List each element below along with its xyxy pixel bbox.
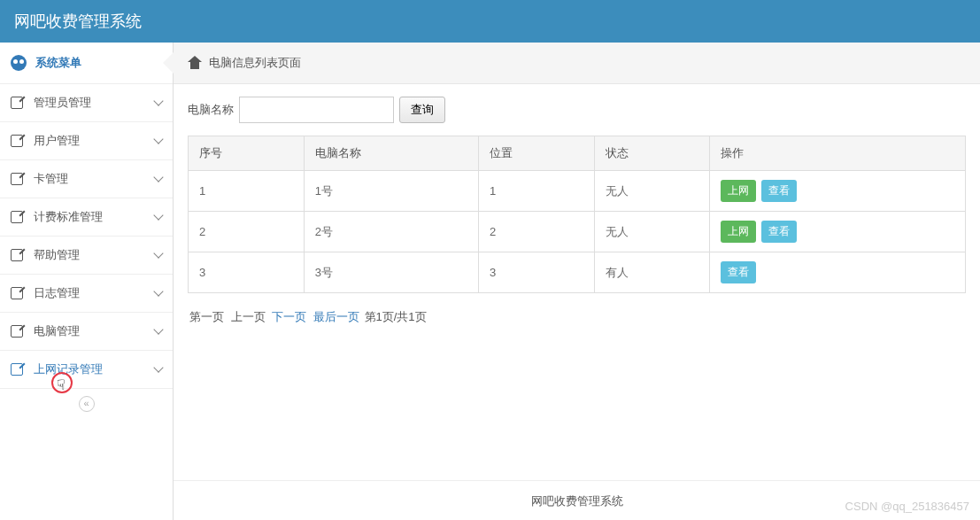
sidebar-item-label: 卡管理 xyxy=(34,171,68,187)
chevron-down-icon xyxy=(153,286,163,296)
search-button[interactable]: 查询 xyxy=(399,97,445,123)
cell-status: 无人 xyxy=(594,212,710,252)
sidebar-item-label: 用户管理 xyxy=(34,133,80,149)
sidebar-item-label: 管理员管理 xyxy=(34,95,91,111)
sidebar-item-label: 上网记录管理 xyxy=(34,361,103,377)
cell-id: 2 xyxy=(189,212,305,252)
search-input[interactable] xyxy=(239,97,394,123)
footer-text: 网吧收费管理系统 xyxy=(531,494,623,508)
th-status: 状态 xyxy=(594,136,710,171)
table-row: 2 2号 2 无人 上网 查看 xyxy=(189,212,966,252)
sidebar-collapse[interactable]: « xyxy=(0,388,173,419)
page-next[interactable]: 下一页 xyxy=(272,310,306,323)
edit-icon xyxy=(11,173,23,185)
cell-name: 1号 xyxy=(304,171,478,212)
view-button[interactable]: 查看 xyxy=(721,261,756,283)
sidebar-item-label: 计费标准管理 xyxy=(34,209,103,225)
cell-name: 3号 xyxy=(304,252,478,293)
chevron-down-icon xyxy=(153,172,163,182)
chevron-down-icon xyxy=(153,210,163,220)
table-row: 3 3号 3 有人 查看 xyxy=(189,252,966,293)
sidebar-item-admin[interactable]: 管理员管理 xyxy=(0,83,173,121)
page-first: 第一页 xyxy=(189,310,224,323)
search-row: 电脑名称 查询 xyxy=(188,97,966,123)
edit-icon xyxy=(11,211,23,223)
chevron-down-icon xyxy=(153,324,163,334)
menu-header-label: 系统菜单 xyxy=(35,55,81,71)
edit-icon xyxy=(11,325,23,338)
sidebar-item-billing[interactable]: 计费标准管理 xyxy=(0,198,173,236)
online-button[interactable]: 上网 xyxy=(721,180,756,202)
breadcrumb: 电脑信息列表页面 xyxy=(174,43,980,84)
search-label: 电脑名称 xyxy=(188,102,234,118)
sidebar-item-help[interactable]: 帮助管理 xyxy=(0,236,173,274)
cell-status: 有人 xyxy=(594,252,710,293)
edit-icon xyxy=(11,287,23,299)
cell-id: 3 xyxy=(189,252,305,293)
sidebar-item-label: 帮助管理 xyxy=(34,247,80,263)
sidebar-item-online-record[interactable]: 上网记录管理 xyxy=(0,350,173,388)
sidebar-item-log[interactable]: 日志管理 xyxy=(0,274,173,312)
cell-status: 无人 xyxy=(594,171,710,212)
cell-actions: 上网 查看 xyxy=(710,171,966,212)
cell-actions: 查看 xyxy=(710,252,966,293)
breadcrumb-title: 电脑信息列表页面 xyxy=(209,55,301,71)
app-title: 网吧收费管理系统 xyxy=(14,12,142,30)
computer-table: 序号 电脑名称 位置 状态 操作 1 1号 1 无人 上网 xyxy=(188,136,966,293)
chevron-down-icon xyxy=(153,248,163,258)
watermark: CSDN @qq_251836457 xyxy=(845,500,969,513)
dashboard-icon xyxy=(11,55,27,71)
sidebar-item-label: 电脑管理 xyxy=(34,323,80,339)
page-info: 第1页/共1页 xyxy=(365,310,427,323)
collapse-icon: « xyxy=(79,396,95,412)
edit-icon xyxy=(11,97,23,109)
sidebar-item-card[interactable]: 卡管理 xyxy=(0,159,173,198)
page-prev: 上一页 xyxy=(231,310,266,323)
menu-header: 系统菜单 xyxy=(0,43,173,83)
app-header: 网吧收费管理系统 xyxy=(0,0,980,43)
sidebar-item-computer[interactable]: 电脑管理 xyxy=(0,312,173,350)
online-button[interactable]: 上网 xyxy=(721,221,756,243)
cell-pos: 1 xyxy=(479,171,595,212)
edit-icon xyxy=(11,249,23,261)
pagination: 第一页 上一页 下一页 最后一页 第1页/共1页 xyxy=(188,309,966,325)
view-button[interactable]: 查看 xyxy=(761,221,797,243)
chevron-down-icon xyxy=(153,96,163,105)
home-icon xyxy=(188,57,202,69)
view-button[interactable]: 查看 xyxy=(761,180,797,202)
edit-icon xyxy=(11,363,23,376)
chevron-down-icon xyxy=(153,362,163,372)
th-name: 电脑名称 xyxy=(304,136,478,171)
page-last[interactable]: 最后一页 xyxy=(313,310,359,323)
th-action: 操作 xyxy=(710,136,966,171)
table-row: 1 1号 1 无人 上网 查看 xyxy=(189,171,966,212)
cell-pos: 2 xyxy=(479,212,595,252)
th-id: 序号 xyxy=(189,136,305,171)
th-position: 位置 xyxy=(479,136,595,171)
sidebar-item-user[interactable]: 用户管理 xyxy=(0,121,173,159)
cell-actions: 上网 查看 xyxy=(710,212,966,252)
sidebar: 系统菜单 管理员管理 用户管理 卡管理 计费标准管理 帮助管理 xyxy=(0,43,174,520)
menu-header-arrow-icon xyxy=(163,52,174,74)
cell-name: 2号 xyxy=(304,212,478,252)
sidebar-item-label: 日志管理 xyxy=(34,285,80,301)
chevron-down-icon xyxy=(153,134,163,144)
cell-id: 1 xyxy=(189,171,305,212)
edit-icon xyxy=(11,135,23,147)
cell-pos: 3 xyxy=(479,252,595,293)
